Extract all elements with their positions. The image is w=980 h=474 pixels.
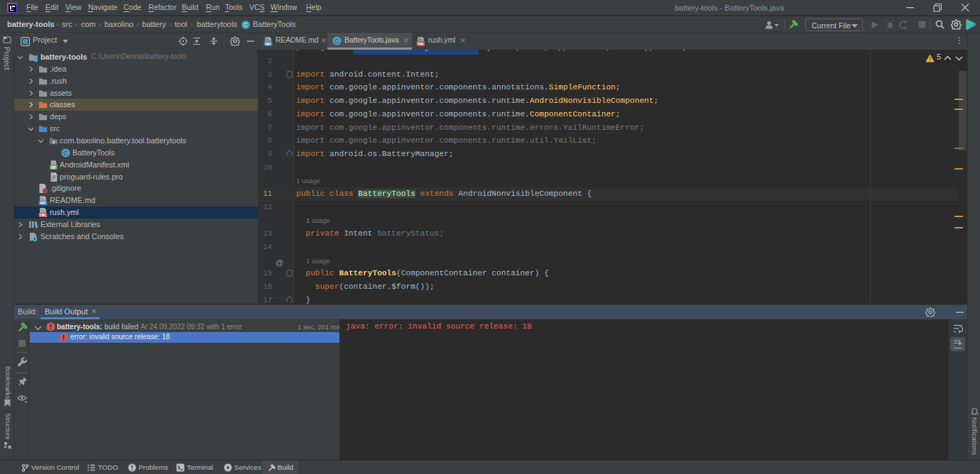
svg-text:MD: MD bbox=[265, 42, 271, 46]
svg-text:C: C bbox=[334, 38, 339, 45]
svg-text:C: C bbox=[63, 149, 68, 156]
svg-text:YML: YML bbox=[39, 213, 47, 217]
svg-text:MD: MD bbox=[40, 201, 46, 205]
svg-text:YML: YML bbox=[417, 42, 424, 46]
svg-text:C: C bbox=[244, 21, 248, 28]
svg-text:MF: MF bbox=[51, 165, 56, 170]
